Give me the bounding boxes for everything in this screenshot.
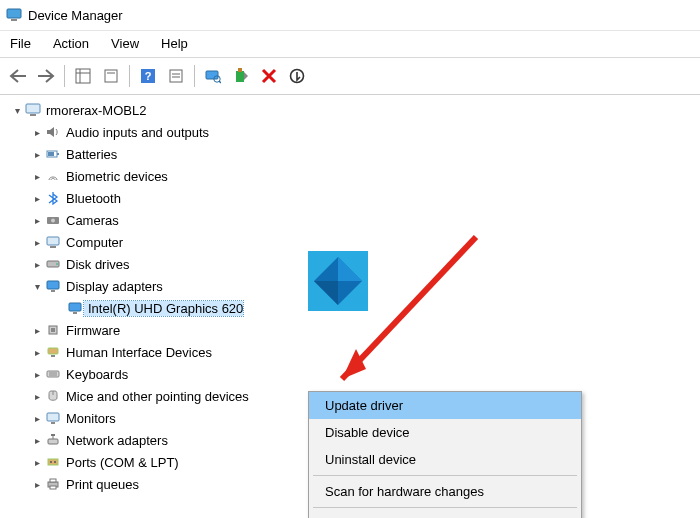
ctx-item-label: Uninstall device: [325, 452, 416, 467]
tree-node-computer[interactable]: ▸ Computer: [2, 231, 700, 253]
ctx-scan-hardware[interactable]: Scan for hardware changes: [309, 478, 581, 505]
separator: [129, 65, 130, 87]
tree-node-label: Network adapters: [62, 433, 168, 448]
svg-point-48: [54, 461, 56, 463]
tree-node-label: Batteries: [62, 147, 117, 162]
tree-node-display[interactable]: ▾ Display adapters: [2, 275, 700, 297]
svg-rect-32: [73, 312, 77, 314]
tree-root[interactable]: ▾ rmorerax-MOBL2: [2, 99, 700, 121]
help-button[interactable]: ?: [136, 64, 160, 88]
chevron-right-icon[interactable]: ▸: [30, 413, 44, 424]
toolbar: ?: [0, 58, 700, 95]
chevron-right-icon[interactable]: ▸: [30, 127, 44, 138]
separator: [64, 65, 65, 87]
context-menu: Update driver Disable device Uninstall d…: [308, 391, 582, 518]
camera-icon: [44, 212, 62, 228]
tree-node-biometric[interactable]: ▸ Biometric devices: [2, 165, 700, 187]
battery-icon: [44, 146, 62, 162]
svg-rect-12: [206, 71, 218, 79]
tree-node-label: Disk drives: [62, 257, 130, 272]
tree-node-keyboards[interactable]: ▸ Keyboards: [2, 363, 700, 385]
chevron-right-icon[interactable]: ▸: [30, 215, 44, 226]
chevron-right-icon[interactable]: ▸: [30, 259, 44, 270]
computer-icon: [24, 102, 42, 118]
show-hide-tree-button[interactable]: [71, 64, 95, 88]
tree-node-audio[interactable]: ▸ Audio inputs and outputs: [2, 121, 700, 143]
ctx-item-label: Disable device: [325, 425, 410, 440]
ctx-uninstall-device[interactable]: Uninstall device: [309, 446, 581, 473]
svg-rect-22: [48, 152, 54, 156]
tree-node-firmware[interactable]: ▸ Firmware: [2, 319, 700, 341]
chevron-right-icon[interactable]: ▸: [30, 391, 44, 402]
svg-rect-16: [238, 68, 242, 72]
disable-button[interactable]: [285, 64, 309, 88]
chevron-right-icon[interactable]: ▸: [30, 193, 44, 204]
svg-rect-36: [51, 355, 55, 357]
hid-icon: [44, 344, 62, 360]
bluetooth-icon: [44, 190, 62, 206]
action-sheet-button[interactable]: [164, 64, 188, 88]
properties-button[interactable]: [99, 64, 123, 88]
update-driver-button[interactable]: [229, 64, 253, 88]
tree-node-label: Human Interface Devices: [62, 345, 212, 360]
tree-node-batteries[interactable]: ▸ Batteries: [2, 143, 700, 165]
tree-node-label: Keyboards: [62, 367, 128, 382]
menu-file[interactable]: File: [8, 34, 33, 53]
chevron-right-icon[interactable]: ▸: [30, 347, 44, 358]
ctx-item-label: Scan for hardware changes: [325, 484, 484, 499]
uninstall-button[interactable]: [257, 64, 281, 88]
svg-point-28: [56, 263, 58, 265]
printer-icon: [44, 476, 62, 492]
svg-point-47: [50, 461, 52, 463]
svg-rect-51: [50, 486, 56, 489]
tree-leaf-intel-uhd[interactable]: Intel(R) UHD Graphics 620: [2, 297, 700, 319]
display-adapter-icon: [44, 278, 62, 294]
svg-rect-46: [48, 459, 58, 465]
tree-leaf-label: Intel(R) UHD Graphics 620: [84, 301, 243, 316]
tree-node-hid[interactable]: ▸ Human Interface Devices: [2, 341, 700, 363]
tree-node-label: Display adapters: [62, 279, 163, 294]
menu-action[interactable]: Action: [51, 34, 91, 53]
ctx-properties[interactable]: Properties: [309, 510, 581, 518]
back-button[interactable]: [6, 64, 30, 88]
chevron-down-icon[interactable]: ▾: [30, 281, 44, 292]
svg-rect-41: [47, 413, 59, 421]
menu-view[interactable]: View: [109, 34, 141, 53]
keyboard-icon: [44, 366, 62, 382]
svg-rect-45: [51, 434, 55, 436]
disk-icon: [44, 256, 62, 272]
ctx-disable-device[interactable]: Disable device: [309, 419, 581, 446]
forward-button[interactable]: [34, 64, 58, 88]
chevron-right-icon[interactable]: ▸: [30, 435, 44, 446]
svg-rect-30: [51, 290, 55, 292]
svg-rect-18: [26, 104, 40, 113]
device-tree[interactable]: ▾ rmorerax-MOBL2 ▸ Audio inputs and outp…: [0, 95, 700, 495]
chevron-down-icon[interactable]: ▾: [10, 105, 24, 116]
separator: [313, 507, 577, 508]
network-icon: [44, 432, 62, 448]
chevron-right-icon[interactable]: ▸: [30, 479, 44, 490]
chevron-right-icon[interactable]: ▸: [30, 171, 44, 182]
ctx-update-driver[interactable]: Update driver: [309, 392, 581, 419]
devmgr-icon: [6, 7, 22, 23]
svg-line-14: [219, 81, 221, 83]
chevron-right-icon[interactable]: ▸: [30, 325, 44, 336]
chevron-right-icon[interactable]: ▸: [30, 369, 44, 380]
svg-rect-15: [236, 71, 244, 82]
scan-hardware-button[interactable]: [201, 64, 225, 88]
tree-node-cameras[interactable]: ▸ Cameras: [2, 209, 700, 231]
tree-node-label: Mice and other pointing devices: [62, 389, 249, 404]
svg-rect-26: [50, 246, 56, 248]
tree-node-label: Computer: [62, 235, 123, 250]
tree-node-label: Print queues: [62, 477, 139, 492]
chevron-right-icon[interactable]: ▸: [30, 237, 44, 248]
tree-node-bluetooth[interactable]: ▸ Bluetooth: [2, 187, 700, 209]
tree-node-disks[interactable]: ▸ Disk drives: [2, 253, 700, 275]
svg-rect-50: [50, 479, 56, 482]
monitor-icon: [44, 410, 62, 426]
menu-help[interactable]: Help: [159, 34, 190, 53]
fingerprint-icon: [44, 168, 62, 184]
port-icon: [44, 454, 62, 470]
chevron-right-icon[interactable]: ▸: [30, 457, 44, 468]
chevron-right-icon[interactable]: ▸: [30, 149, 44, 160]
